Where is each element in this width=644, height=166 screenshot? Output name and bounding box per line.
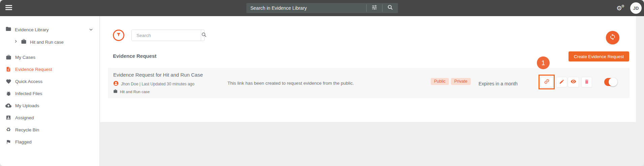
request-document-icon <box>5 67 11 72</box>
heart-icon <box>5 79 11 84</box>
sidebar-item-label: Evidence Request <box>15 67 52 72</box>
recycle-icon: ♻ <box>5 127 11 132</box>
sidebar-item-label: Recycle Bin <box>15 127 39 132</box>
pencil-icon <box>559 79 564 86</box>
sidebar-item-label: My Uploads <box>15 103 39 108</box>
sidebar-item-recycle-bin[interactable]: ♻ Recycle Bin <box>0 124 100 136</box>
folder-icon <box>5 26 11 33</box>
global-search-input[interactable] <box>246 3 366 13</box>
contact-card-icon <box>5 115 11 120</box>
sidebar-item-label: Assigned <box>15 115 34 120</box>
user-avatar[interactable]: JD <box>630 2 642 14</box>
briefcase-icon <box>113 89 118 95</box>
top-header: ⚙ ⚙ JD <box>0 0 644 16</box>
request-case-text: Hit and Run case <box>120 90 150 94</box>
briefcase-icon <box>21 39 27 46</box>
view-button[interactable] <box>568 77 579 87</box>
list-search-submit-button[interactable] <box>201 30 207 41</box>
sidebar-item-label: Hit and Run case <box>30 40 64 45</box>
search-filter-button[interactable] <box>367 3 382 13</box>
sidebar-item-infected-files[interactable]: Infected Files <box>0 87 100 99</box>
sidebar-item-flagged[interactable]: Flagged <box>0 136 100 148</box>
tune-sliders-icon <box>371 4 377 12</box>
request-description: This link has been created to request ev… <box>227 81 354 86</box>
sidebar-item-evidence-library[interactable]: Evidence Library <box>0 25 100 35</box>
trash-icon <box>584 79 589 86</box>
status-badge-private: Private <box>451 78 471 85</box>
sidebar-nav: My Cases Evidence Request Quick Access I… <box>0 51 100 148</box>
sidebar-item-hit-and-run-case[interactable]: Hit and Run case <box>0 37 100 47</box>
sidebar-item-assigned[interactable]: Assigned <box>0 112 100 124</box>
hamburger-menu-icon[interactable] <box>5 5 13 11</box>
flag-icon <box>5 139 11 144</box>
edit-button[interactable] <box>556 77 567 87</box>
small-gear-icon: ⚙ <box>621 4 624 8</box>
search-icon <box>387 4 393 12</box>
sidebar-item-label: Infected Files <box>15 91 42 96</box>
request-badges: Public Private <box>431 78 471 85</box>
status-badge-public: Public <box>431 78 449 85</box>
sidebar-item-label: Quick Access <box>15 79 42 84</box>
sidebar-item-label: Flagged <box>15 139 32 144</box>
author-avatar-icon <box>113 81 119 87</box>
request-expiry: Expires in a month <box>479 81 518 86</box>
link-icon <box>544 78 550 86</box>
sidebar-item-label: Evidence Library <box>15 27 49 32</box>
request-meta-text: Jhon Doe | Last Updated 30 minutes ago <box>121 82 194 86</box>
sidebar-item-evidence-request[interactable]: Evidence Request <box>0 63 100 75</box>
active-toggle[interactable] <box>604 78 617 86</box>
sidebar-item-my-uploads[interactable]: My Uploads <box>0 99 100 112</box>
funnel-icon <box>116 32 121 39</box>
briefcase-icon <box>5 54 11 60</box>
request-case: Hit and Run case <box>113 89 150 95</box>
evidence-request-row[interactable]: Evidence Request for Hit and Run Case Jh… <box>108 68 630 98</box>
page-title: Evidence Request <box>113 53 156 59</box>
sidebar-item-quick-access[interactable]: Quick Access <box>0 75 100 87</box>
bug-icon <box>5 91 11 96</box>
sidebar: Evidence Library Hit and Run case My Cas… <box>0 16 100 166</box>
app-window: ⚙ ⚙ JD Evidence Library Hit and Run case <box>0 0 644 166</box>
list-search-bar <box>131 30 205 41</box>
search-icon <box>201 32 207 39</box>
global-search-submit-button[interactable] <box>382 3 398 13</box>
copy-link-button[interactable] <box>541 77 553 87</box>
delete-button[interactable] <box>581 77 592 87</box>
main-content-card: Evidence Request Create Evidence Request… <box>100 16 636 122</box>
sidebar-item-my-cases[interactable]: My Cases <box>0 51 100 63</box>
filter-funnel-button[interactable] <box>113 30 124 41</box>
global-search-bar <box>246 3 398 13</box>
services-settings-button[interactable]: ⚙ ⚙ <box>616 0 624 16</box>
cloud-upload-icon <box>5 102 11 109</box>
refresh-icon <box>609 34 616 42</box>
refresh-button[interactable] <box>606 31 619 44</box>
eye-icon <box>571 79 576 86</box>
toggle-knob <box>609 78 617 86</box>
chevron-down-icon[interactable] <box>88 27 94 34</box>
request-meta: Jhon Doe | Last Updated 30 minutes ago <box>113 81 194 87</box>
request-title: Evidence Request for Hit and Run Case <box>113 72 203 78</box>
create-evidence-request-button[interactable]: Create Evidence Request <box>569 51 629 61</box>
chevron-right-icon[interactable] <box>13 39 18 45</box>
list-search-input[interactable] <box>132 30 201 41</box>
annotation-step-badge: 1 <box>537 56 550 69</box>
sidebar-item-label: My Cases <box>15 55 35 60</box>
